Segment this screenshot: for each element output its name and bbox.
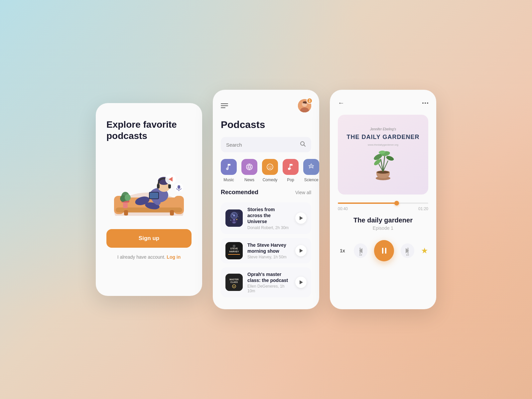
- svg-point-40: [233, 214, 235, 216]
- time-total: 01:20: [418, 206, 428, 211]
- music-label: Music: [223, 178, 234, 182]
- podcasts-title: Podcasts: [221, 119, 311, 130]
- play-button-2[interactable]: [295, 277, 307, 288]
- music-icon: [221, 159, 237, 175]
- progress-thumb[interactable]: [394, 201, 399, 205]
- svg-rect-12: [157, 184, 160, 189]
- play-icon-2: [300, 280, 303, 284]
- svg-text:MASTER: MASTER: [229, 278, 239, 281]
- album-title: THE DAILY GARDENER: [346, 134, 419, 141]
- category-pop[interactable]: Pop: [283, 159, 299, 182]
- login-prompt: I already have account. Log in: [117, 254, 181, 260]
- podcasts-screen: 3 Podcasts Music News: [213, 90, 319, 309]
- svg-text:✦: ✦: [233, 285, 235, 288]
- dot-2: [425, 102, 426, 104]
- album-art-content: Jennifer Ebeling's THE DAILY GARDENER ww…: [346, 127, 419, 182]
- menu-line-3: [221, 107, 225, 108]
- science-label: Science: [304, 178, 319, 182]
- comedy-icon: [262, 159, 278, 175]
- podcast-info-2: Oprah's master class: the podcast Ellen …: [247, 271, 291, 293]
- more-options-button[interactable]: [422, 102, 428, 104]
- menu-button[interactable]: [221, 103, 228, 108]
- play-button-0[interactable]: [295, 212, 307, 224]
- player-screen: ← Jennifer Ebeling's THE DAILY GARDENER …: [330, 90, 436, 309]
- podcast-item-1[interactable]: STEVE HARVEY The Steve Harvey morning sh…: [221, 238, 311, 263]
- svg-text:STEVE: STEVE: [230, 247, 238, 250]
- forward-button[interactable]: 10: [401, 243, 414, 258]
- svg-rect-5: [124, 210, 128, 215]
- rewind-button[interactable]: 10: [354, 243, 367, 258]
- back-button[interactable]: ←: [338, 99, 344, 107]
- dot-1: [422, 102, 424, 104]
- news-icon: [241, 159, 257, 175]
- player-controls: 1x 10 10 ★: [338, 240, 428, 261]
- author-small: Jennifer Ebeling's: [370, 127, 396, 131]
- play-button-1[interactable]: [295, 245, 307, 256]
- pop-icon: [283, 159, 299, 175]
- category-science[interactable]: Science: [303, 159, 319, 182]
- svg-point-47: [233, 219, 235, 221]
- comedy-label: Comedy: [263, 178, 278, 182]
- category-comedy[interactable]: Comedy: [262, 159, 278, 182]
- view-all-button[interactable]: View all: [295, 190, 311, 195]
- podcast-meta-0: Donald Robert, 2h 30m: [247, 225, 291, 230]
- speed-button[interactable]: 1x: [338, 248, 347, 253]
- category-music[interactable]: Music: [221, 159, 237, 182]
- pause-bar-2: [385, 248, 386, 254]
- podcast-meta-2: Ellen DeGeneres, 1h 10m: [247, 284, 291, 293]
- favorite-button[interactable]: ★: [421, 246, 428, 255]
- news-label: News: [244, 178, 254, 182]
- svg-line-31: [304, 145, 306, 147]
- svg-point-33: [267, 164, 273, 170]
- login-link[interactable]: Log in: [167, 254, 181, 260]
- search-input[interactable]: [226, 142, 297, 148]
- science-icon: [303, 159, 319, 175]
- podcast-meta-1: Steve Harvey, 1h 50m: [247, 255, 291, 259]
- svg-point-43: [230, 220, 231, 221]
- podcast-info-0: Stories from across the Universe Donald …: [247, 206, 291, 230]
- hero-illustration: [109, 149, 189, 216]
- time-row: 00:40 01:20: [338, 206, 428, 211]
- welcome-screen: Explore favorite podcasts: [96, 103, 202, 296]
- recommended-header: Recomended View all: [221, 189, 311, 196]
- pause-button[interactable]: [374, 240, 394, 261]
- podcast-thumb-2: MASTER CLASS ✦: [225, 274, 243, 291]
- svg-point-35: [271, 166, 271, 167]
- svg-point-48: [232, 221, 236, 223]
- pause-icon: [382, 248, 386, 254]
- player-header: ←: [338, 99, 428, 107]
- podcast-name-0: Stories from across the Universe: [247, 206, 291, 225]
- signup-button[interactable]: Sign up: [106, 229, 192, 248]
- podcast-list: Stories from across the Universe Donald …: [221, 202, 311, 297]
- podcast-item-0[interactable]: Stories from across the Universe Donald …: [221, 202, 311, 234]
- notification-badge: 3: [307, 98, 313, 104]
- svg-point-21: [125, 194, 131, 201]
- track-name: The daily gardener: [338, 216, 428, 224]
- time-current: 00:40: [338, 206, 348, 211]
- progress-fill: [338, 202, 397, 204]
- track-episode: Episode 1: [338, 225, 428, 231]
- svg-point-34: [269, 166, 269, 167]
- pause-bar-1: [382, 248, 383, 254]
- svg-rect-25: [178, 185, 180, 189]
- progress-section: 00:40 01:20: [338, 202, 428, 211]
- album-site: www.thedailygardener.org: [368, 143, 398, 146]
- podcast-item-2[interactable]: MASTER CLASS ✦ Oprah's master class: the…: [221, 267, 311, 297]
- progress-bar[interactable]: [338, 202, 428, 204]
- user-avatar-wrap[interactable]: 3: [298, 99, 311, 112]
- svg-text:CLASS: CLASS: [230, 281, 238, 283]
- svg-rect-16: [150, 193, 158, 199]
- svg-point-36: [291, 164, 293, 166]
- svg-point-53: [233, 245, 235, 247]
- podcast-thumb-0: [225, 209, 243, 227]
- svg-point-32: [246, 164, 252, 170]
- play-icon-0: [300, 216, 303, 220]
- search-bar[interactable]: [221, 137, 311, 152]
- category-news[interactable]: News: [241, 159, 257, 182]
- podcasts-header: 3: [221, 99, 311, 112]
- play-icon-1: [300, 249, 303, 253]
- svg-point-68: [386, 155, 395, 161]
- svg-text:HARVEY: HARVEY: [229, 250, 239, 253]
- recommended-title: Recomended: [221, 189, 258, 196]
- podcast-name-2: Oprah's master class: the podcast: [247, 271, 291, 283]
